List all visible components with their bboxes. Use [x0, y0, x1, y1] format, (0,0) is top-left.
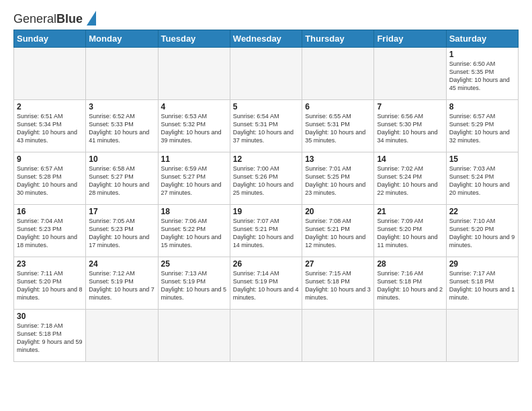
day-info: Sunrise: 7:01 AM Sunset: 5:25 PM Dayligh…: [305, 165, 371, 197]
day-number: 19: [233, 207, 299, 216]
calendar-day-cell: 22Sunrise: 7:10 AM Sunset: 5:20 PM Dayli…: [446, 205, 518, 257]
calendar-day-cell: 5Sunrise: 6:54 AM Sunset: 5:31 PM Daylig…: [230, 100, 302, 152]
day-info: Sunrise: 6:59 AM Sunset: 5:27 PM Dayligh…: [161, 165, 227, 197]
calendar-day-cell: 30Sunrise: 7:18 AM Sunset: 5:18 PM Dayli…: [14, 310, 86, 362]
day-info: Sunrise: 7:14 AM Sunset: 5:19 PM Dayligh…: [233, 269, 299, 302]
calendar-day-cell: [446, 310, 518, 362]
day-info: Sunrise: 6:53 AM Sunset: 5:32 PM Dayligh…: [161, 112, 227, 145]
day-number: 2: [17, 102, 83, 111]
day-number: 25: [161, 259, 227, 269]
day-number: 26: [233, 259, 299, 269]
day-header-tuesday: Tuesday: [158, 30, 230, 48]
day-number: 7: [377, 102, 443, 111]
calendar-day-cell: [158, 310, 230, 362]
calendar-day-cell: [158, 48, 230, 100]
calendar-day-cell: 27Sunrise: 7:15 AM Sunset: 5:18 PM Dayli…: [302, 257, 374, 310]
calendar-day-cell: 10Sunrise: 6:58 AM Sunset: 5:27 PM Dayli…: [86, 152, 158, 205]
day-number: 23: [17, 259, 83, 269]
day-number: 4: [161, 102, 227, 111]
calendar-day-cell: 2Sunrise: 6:51 AM Sunset: 5:34 PM Daylig…: [14, 100, 86, 152]
day-number: 21: [377, 207, 443, 216]
day-info: Sunrise: 6:52 AM Sunset: 5:33 PM Dayligh…: [89, 112, 154, 145]
calendar-day-cell: [374, 48, 446, 100]
calendar-day-cell: [230, 310, 302, 362]
day-info: Sunrise: 7:12 AM Sunset: 5:19 PM Dayligh…: [89, 269, 154, 302]
day-info: Sunrise: 6:54 AM Sunset: 5:31 PM Dayligh…: [233, 112, 299, 145]
day-number: 1: [449, 50, 515, 59]
calendar-day-cell: 28Sunrise: 7:16 AM Sunset: 5:18 PM Dayli…: [374, 257, 446, 310]
day-number: 13: [305, 154, 371, 164]
day-number: 11: [161, 154, 227, 164]
day-number: 20: [305, 207, 371, 216]
calendar-day-cell: 7Sunrise: 6:56 AM Sunset: 5:30 PM Daylig…: [374, 100, 446, 152]
calendar-day-cell: [86, 48, 158, 100]
calendar-day-cell: 18Sunrise: 7:06 AM Sunset: 5:22 PM Dayli…: [158, 205, 230, 257]
day-info: Sunrise: 6:56 AM Sunset: 5:30 PM Dayligh…: [377, 112, 443, 145]
day-number: 3: [89, 102, 154, 111]
day-info: Sunrise: 7:15 AM Sunset: 5:18 PM Dayligh…: [305, 269, 371, 302]
day-info: Sunrise: 7:10 AM Sunset: 5:20 PM Dayligh…: [449, 217, 515, 250]
day-info: Sunrise: 7:11 AM Sunset: 5:20 PM Dayligh…: [17, 269, 83, 302]
day-info: Sunrise: 7:02 AM Sunset: 5:24 PM Dayligh…: [377, 165, 443, 197]
day-info: Sunrise: 7:04 AM Sunset: 5:23 PM Dayligh…: [17, 217, 83, 250]
calendar-day-cell: 8Sunrise: 6:57 AM Sunset: 5:29 PM Daylig…: [446, 100, 518, 152]
day-number: 30: [17, 312, 83, 321]
day-info: Sunrise: 6:50 AM Sunset: 5:35 PM Dayligh…: [449, 60, 515, 93]
day-info: Sunrise: 6:58 AM Sunset: 5:27 PM Dayligh…: [89, 165, 154, 197]
calendar-day-cell: [14, 48, 86, 100]
calendar-day-cell: 9Sunrise: 6:57 AM Sunset: 5:28 PM Daylig…: [14, 152, 86, 205]
day-number: 24: [89, 259, 154, 269]
calendar-day-cell: 16Sunrise: 7:04 AM Sunset: 5:23 PM Dayli…: [14, 205, 86, 257]
day-info: Sunrise: 7:00 AM Sunset: 5:26 PM Dayligh…: [233, 165, 299, 197]
calendar-day-cell: 3Sunrise: 6:52 AM Sunset: 5:33 PM Daylig…: [86, 100, 158, 152]
header-area: GeneralBlue: [13, 12, 519, 26]
day-header-thursday: Thursday: [302, 30, 374, 48]
day-info: Sunrise: 7:13 AM Sunset: 5:19 PM Dayligh…: [161, 269, 227, 302]
day-number: 10: [89, 154, 154, 164]
day-info: Sunrise: 7:07 AM Sunset: 5:21 PM Dayligh…: [233, 217, 299, 250]
calendar-day-cell: 4Sunrise: 6:53 AM Sunset: 5:32 PM Daylig…: [158, 100, 230, 152]
logo-bold: Blue: [56, 12, 83, 26]
day-header-friday: Friday: [374, 30, 446, 48]
day-info: Sunrise: 7:16 AM Sunset: 5:18 PM Dayligh…: [377, 269, 443, 302]
calendar-day-cell: 1Sunrise: 6:50 AM Sunset: 5:35 PM Daylig…: [446, 48, 518, 100]
calendar-day-cell: 25Sunrise: 7:13 AM Sunset: 5:19 PM Dayli…: [158, 257, 230, 310]
day-header-monday: Monday: [86, 30, 158, 48]
calendar-header-row: SundayMondayTuesdayWednesdayThursdayFrid…: [14, 30, 519, 48]
logo-text: GeneralBlue: [13, 13, 83, 25]
calendar-day-cell: 19Sunrise: 7:07 AM Sunset: 5:21 PM Dayli…: [230, 205, 302, 257]
calendar-day-cell: 21Sunrise: 7:09 AM Sunset: 5:20 PM Dayli…: [374, 205, 446, 257]
day-number: 6: [305, 102, 371, 111]
day-header-wednesday: Wednesday: [230, 30, 302, 48]
calendar-day-cell: 26Sunrise: 7:14 AM Sunset: 5:19 PM Dayli…: [230, 257, 302, 310]
day-number: 22: [449, 207, 515, 216]
calendar-week-row: 16Sunrise: 7:04 AM Sunset: 5:23 PM Dayli…: [14, 205, 519, 257]
logo-area: GeneralBlue: [13, 12, 96, 26]
day-header-sunday: Sunday: [14, 30, 86, 48]
day-number: 29: [449, 259, 515, 269]
day-number: 9: [17, 154, 83, 164]
day-number: 12: [233, 154, 299, 164]
calendar-day-cell: 29Sunrise: 7:17 AM Sunset: 5:18 PM Dayli…: [446, 257, 518, 310]
day-info: Sunrise: 7:17 AM Sunset: 5:18 PM Dayligh…: [449, 269, 515, 302]
calendar-day-cell: [374, 310, 446, 362]
day-header-saturday: Saturday: [446, 30, 518, 48]
day-info: Sunrise: 7:18 AM Sunset: 5:18 PM Dayligh…: [17, 322, 83, 355]
calendar-day-cell: 17Sunrise: 7:05 AM Sunset: 5:23 PM Dayli…: [86, 205, 158, 257]
calendar-day-cell: [302, 310, 374, 362]
calendar-day-cell: [230, 48, 302, 100]
day-info: Sunrise: 7:03 AM Sunset: 5:24 PM Dayligh…: [449, 165, 515, 197]
day-number: 17: [89, 207, 154, 216]
calendar-day-cell: 20Sunrise: 7:08 AM Sunset: 5:21 PM Dayli…: [302, 205, 374, 257]
day-info: Sunrise: 7:09 AM Sunset: 5:20 PM Dayligh…: [377, 217, 443, 250]
calendar-week-row: 2Sunrise: 6:51 AM Sunset: 5:34 PM Daylig…: [14, 100, 519, 152]
calendar-week-row: 9Sunrise: 6:57 AM Sunset: 5:28 PM Daylig…: [14, 152, 519, 205]
day-number: 16: [17, 207, 83, 216]
calendar-week-row: 30Sunrise: 7:18 AM Sunset: 5:18 PM Dayli…: [14, 310, 519, 362]
day-number: 18: [161, 207, 227, 216]
day-number: 15: [449, 154, 515, 164]
day-info: Sunrise: 6:57 AM Sunset: 5:28 PM Dayligh…: [17, 165, 83, 197]
day-number: 28: [377, 259, 443, 269]
calendar-day-cell: 14Sunrise: 7:02 AM Sunset: 5:24 PM Dayli…: [374, 152, 446, 205]
page: GeneralBlue SundayMondayTuesdayWednesday…: [0, 0, 532, 411]
